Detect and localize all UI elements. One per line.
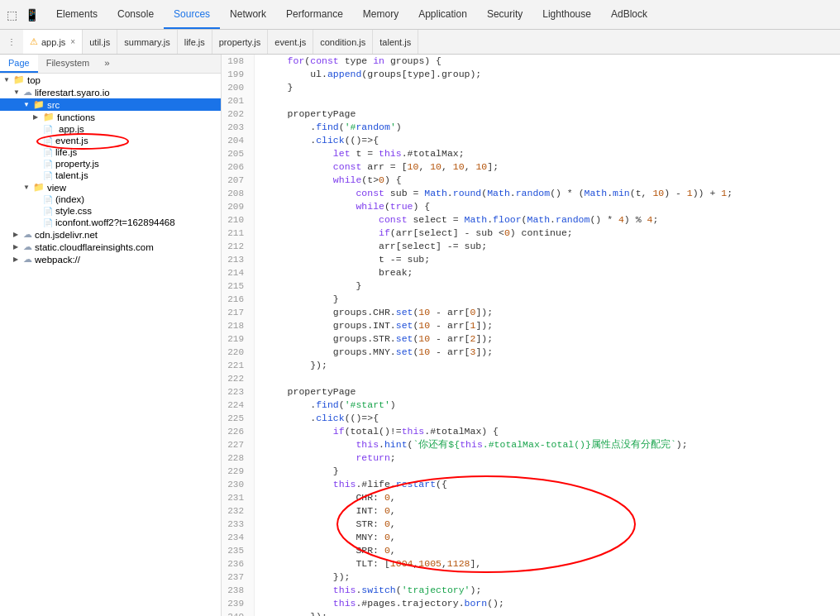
line-content: .find('#start') — [255, 399, 396, 412]
tab-security[interactable]: Security — [477, 0, 532, 29]
line-content: const select = Math.floor(Math.random() … — [255, 213, 658, 227]
line-number: 223 — [222, 385, 255, 399]
line-content: propertyPage — [255, 107, 356, 121]
tab-sources[interactable]: Sources — [164, 0, 220, 29]
code-line: 217 groups.CHR.set(10 - arr[0]); — [222, 306, 840, 319]
tab-performance[interactable]: Performance — [276, 0, 353, 29]
file-tab-lifejs[interactable]: life.js — [178, 30, 212, 54]
tab-application[interactable]: Application — [408, 0, 477, 29]
line-content: .click(()=>{ — [255, 134, 379, 147]
code-line: 206 const arr = [10, 10, 10, 10]; — [222, 160, 840, 174]
sidebar-tab-filesystem[interactable]: Filesystem — [38, 55, 98, 73]
code-line: 234 MNY: 0, — [222, 531, 840, 544]
line-number: 200 — [222, 81, 255, 94]
tree-item-talentjs[interactable]: 📄talent.js — [0, 170, 221, 181]
tree-item-functions[interactable]: ▶📁functions — [0, 111, 221, 123]
tree-item-label: view — [47, 183, 66, 193]
line-number: 205 — [222, 147, 255, 160]
file-tab-label: app.js — [41, 37, 65, 47]
tree-item-label: functions — [57, 112, 95, 122]
code-line: 225 .click(()=>{ — [222, 412, 840, 425]
inspect-icon[interactable]: ⬚ — [3, 7, 20, 23]
code-line: 229 } — [222, 465, 840, 478]
line-content: this.switch('trajectory'); — [255, 584, 481, 597]
line-number: 222 — [222, 372, 255, 385]
code-line: 202 propertyPage — [222, 107, 840, 121]
file-tab-propertyjs[interactable]: property.js — [212, 30, 269, 54]
file-type-icon: ☁ — [23, 241, 32, 252]
file-type-icon: 📄 — [43, 136, 53, 146]
tab-memory[interactable]: Memory — [353, 0, 408, 29]
tree-item-lifejs[interactable]: 📄life.js — [0, 146, 221, 158]
code-line: 238 this.switch('trajectory'); — [222, 584, 840, 597]
line-content: propertyPage — [255, 385, 356, 399]
tree-item-appjs[interactable]: 📄app.js — [0, 123, 221, 135]
line-number: 226 — [222, 425, 255, 438]
tab-elements[interactable]: Elements — [46, 0, 107, 29]
main-toolbar: ⬚ 📱 ElementsConsoleSourcesNetworkPerform… — [0, 0, 840, 30]
toolbar-icons: ⬚ 📱 — [3, 7, 40, 23]
tree-item-eventjs[interactable]: 📄event.js — [0, 135, 221, 146]
code-line: 230 this.#life.restart({ — [222, 478, 840, 491]
line-content — [255, 94, 265, 107]
line-content: t -= sub; — [255, 253, 430, 266]
tree-item-label: webpack:// — [35, 255, 80, 265]
file-tab-label: property.js — [219, 37, 261, 47]
close-tab-icon[interactable]: × — [70, 37, 75, 46]
file-tab-summaryjs[interactable]: summary.js — [117, 30, 177, 54]
file-tab-eventjs[interactable]: event.js — [268, 30, 313, 54]
line-content: MNY: 0, — [255, 531, 396, 544]
line-number: 238 — [222, 584, 255, 597]
file-type-icon: 📁 — [13, 74, 25, 85]
device-icon[interactable]: 📱 — [23, 7, 40, 23]
tree-item-propertyjs[interactable]: 📄property.js — [0, 158, 221, 170]
file-tab-utiljs[interactable]: util.js — [83, 30, 117, 54]
tab-lighthouse[interactable]: Lighthouse — [532, 0, 601, 29]
line-number: 213 — [222, 253, 255, 266]
line-content: groups.MNY.set(10 - arr[3]); — [255, 346, 493, 359]
tree-item-stylecss[interactable]: 📄style.css — [0, 205, 221, 217]
file-tabs-bar: ⋮ ⚠app.js×util.jssummary.jslife.jsproper… — [0, 30, 840, 55]
tree-arrow-icon: ▶ — [33, 113, 43, 121]
tab-network[interactable]: Network — [220, 0, 276, 29]
file-tree: ▼📁top▼☁liferestart.syaro.io▼📁src▶📁functi… — [0, 74, 221, 265]
line-content: groups.CHR.set(10 - arr[0]); — [255, 306, 493, 319]
line-number: 234 — [222, 531, 255, 544]
code-line: 227 this.hint(`你还有${this.#totalMax-total… — [222, 438, 840, 451]
file-tab-appjs[interactable]: ⚠app.js× — [23, 30, 83, 54]
tab-adblock[interactable]: AdBlock — [601, 0, 657, 29]
tree-item-label: liferestart.syaro.io — [35, 88, 110, 98]
tree-item-cloudflare[interactable]: ▶☁static.cloudflareinsights.com — [0, 241, 221, 253]
tree-item-liferestart[interactable]: ▼☁liferestart.syaro.io — [0, 86, 221, 98]
code-line: 216 } — [222, 293, 840, 306]
tree-item-index[interactable]: 📄(index) — [0, 193, 221, 205]
line-number: 218 — [222, 319, 255, 332]
tab-console[interactable]: Console — [107, 0, 164, 29]
file-tab-conditionjs[interactable]: condition.js — [313, 30, 373, 54]
sidebar-toggle-icon[interactable]: ⋮ — [3, 34, 20, 50]
tree-item-label: top — [27, 75, 41, 85]
tree-item-view[interactable]: ▼📁view — [0, 181, 221, 193]
tree-item-top[interactable]: ▼📁top — [0, 74, 221, 86]
line-content: TLT: [1004,1005,1128], — [255, 557, 481, 571]
devtools-tabs: ElementsConsoleSourcesNetworkPerformance… — [46, 0, 657, 29]
tree-item-src[interactable]: ▼📁src — [0, 98, 221, 111]
line-number: 214 — [222, 266, 255, 279]
tree-item-cdnjsdelivr[interactable]: ▶☁cdn.jsdelivr.net — [0, 228, 221, 241]
sidebar-tab-page[interactable]: Page — [0, 55, 38, 73]
line-number: 207 — [222, 174, 255, 187]
tree-arrow-icon: ▼ — [13, 88, 23, 96]
tree-item-label: property.js — [55, 159, 99, 169]
tree-item-webpack[interactable]: ▶☁webpack:// — [0, 253, 221, 265]
tree-item-label: life.js — [55, 147, 77, 157]
line-content: arr[select] -= sub; — [255, 240, 487, 253]
file-type-icon: 📄 — [43, 171, 53, 180]
file-tab-talentjs[interactable]: talent.js — [373, 30, 418, 54]
code-line: 232 INT: 0, — [222, 504, 840, 518]
code-editor[interactable]: 198 for(const type in groups) {199 ul.ap… — [222, 55, 840, 616]
line-content: }); — [255, 610, 327, 616]
code-line: 213 t -= sub; — [222, 253, 840, 266]
tree-item-iconfont[interactable]: 📄iconfont.woff2?t=162894468 — [0, 217, 221, 228]
line-number: 198 — [222, 55, 255, 68]
sidebar-more-button[interactable]: » — [99, 55, 114, 73]
